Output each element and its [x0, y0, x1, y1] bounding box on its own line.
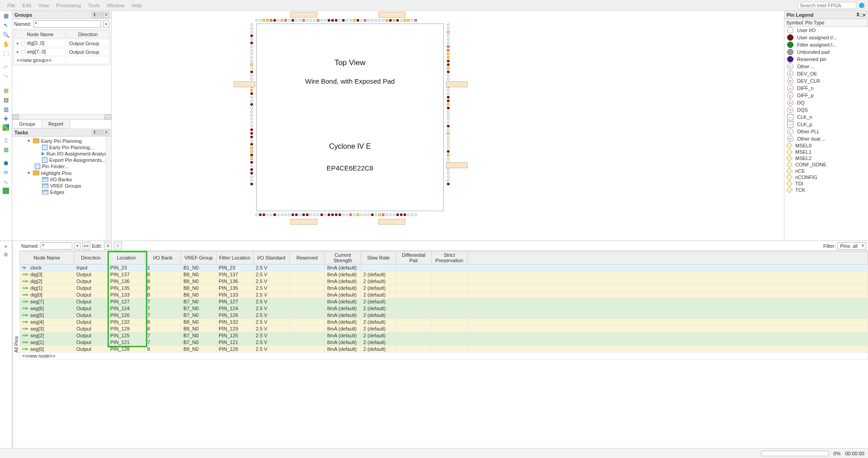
pins-cancel-icon[interactable]: ✕	[104, 242, 112, 250]
maximize-panel-icon[interactable]: □	[98, 12, 103, 18]
pins-row[interactable]: out▸seg[2]OutputPIN_1257B7_N0PIN_1252.5 …	[20, 332, 868, 339]
chip-pin-icon	[284, 213, 287, 216]
menu-edit[interactable]: Edit	[19, 3, 35, 8]
tool-hand-icon[interactable]: ✋	[2, 40, 10, 48]
pins-col-header[interactable]: Strict Preservation	[432, 251, 468, 264]
pin-panel-icon[interactable]: ⇕	[92, 12, 97, 18]
gutter-config-icon[interactable]: ⚙	[2, 251, 9, 258]
pins-col-header[interactable]: Fitter Location	[216, 251, 253, 264]
menu-window[interactable]: Window	[103, 3, 128, 8]
tool-pin-icon[interactable]: ⬢	[2, 159, 10, 167]
tool-pointer-icon[interactable]: ↖	[2, 21, 10, 29]
chip-pin-icon	[250, 56, 253, 59]
pins-row[interactable]: out▸dig[3]OutputPIN_1378B8_N0PIN_1372.5 …	[20, 271, 868, 278]
tasks-max-icon[interactable]: □	[98, 130, 103, 135]
tab-report[interactable]: Report	[42, 120, 70, 128]
tool-io-icon[interactable]: ▯	[2, 136, 10, 144]
pins-row[interactable]: out▸seg[6]OutputPIN_1247B7_N0PIN_1242.5 …	[20, 305, 868, 312]
chip-pin-icon	[447, 107, 450, 109]
groups-row[interactable]: ▸ ⬚ dig[3..0] Output Group	[14, 39, 109, 47]
task-highlight-pins[interactable]: ▾Highlight Pins	[13, 170, 110, 176]
groups-named-input[interactable]	[33, 20, 101, 28]
pins-named-dropdown-icon[interactable]: ▾	[74, 242, 80, 250]
pins-col-header[interactable]: Slew Rate	[361, 251, 396, 264]
chip-pin-icon	[342, 19, 345, 22]
tool-grid-icon[interactable]: ▦	[2, 86, 10, 94]
pins-new-row[interactable]: <<new node>>	[20, 353, 868, 359]
groups-named-dropdown-icon[interactable]: ▾	[103, 20, 109, 28]
menu-help[interactable]: Help	[128, 3, 146, 8]
menu-processing[interactable]: Processing	[52, 3, 84, 8]
pins-col-header[interactable]: Node Name	[20, 251, 74, 264]
task-io-banks[interactable]: I/O Banks	[13, 176, 110, 183]
task-early-pin-planning[interactable]: ▾Early Pin Planning	[13, 137, 110, 144]
tool-color-icon[interactable]	[3, 124, 9, 131]
pins-row[interactable]: out▸seg[0]OutputPIN_1288B8_N0PIN_1282.5 …	[20, 346, 868, 353]
menu-tools[interactable]: Tools	[84, 3, 103, 8]
pins-col-header[interactable]: Differential Pair	[396, 251, 432, 264]
pins-row[interactable]: out▸seg[4]OutputPIN_1328B8_N0PIN_1322.5 …	[20, 319, 868, 326]
pins-col-header[interactable]: Current Strength	[325, 251, 361, 264]
tasks-close-icon[interactable]: ×	[103, 130, 109, 135]
menu-view[interactable]: View	[35, 3, 53, 8]
task-early-pin-planning-sub[interactable]: Early Pin Planning...	[13, 144, 110, 151]
legend-close-icon[interactable]: ×	[863, 12, 866, 18]
groups-row[interactable]: ▸ ⬚ seg[7..0] Output Group	[14, 48, 109, 56]
menu-file[interactable]: File	[4, 3, 19, 8]
task-edges[interactable]: Edges	[13, 189, 110, 195]
tool-report-icon[interactable]: ▥	[2, 105, 10, 113]
tab-groups[interactable]: Groups	[12, 120, 42, 128]
pins-named-input[interactable]	[41, 242, 72, 250]
tool-wave-icon[interactable]: ∿	[2, 178, 10, 186]
chip-canvas: Top View Wire Bond, with Exposed Pad Cyc…	[256, 24, 444, 211]
pins-row[interactable]: in▸clockInputPIN_231B1_N0PIN_232.5 V8mA …	[20, 264, 868, 271]
tasks-pin-icon[interactable]: ⇕	[92, 130, 97, 135]
chip-pin-icon	[250, 34, 253, 37]
pins-col-header[interactable]: I/O Bank	[145, 251, 181, 264]
legend-pin-icon[interactable]: ⇕	[856, 12, 860, 18]
task-vref-groups[interactable]: VREF Groups	[13, 183, 110, 189]
pins-row[interactable]: out▸dig[1]OutputPIN_1358B8_N0PIN_1352.5 …	[20, 285, 868, 292]
pins-row[interactable]: out▸seg[5]OutputPIN_1267B7_N0PIN_1262.5 …	[20, 312, 868, 319]
allpins-tab[interactable]: All Pins	[12, 241, 19, 448]
tool-puzzle-icon[interactable]: ✚	[2, 115, 10, 123]
legend-max-icon[interactable]: □	[860, 12, 863, 18]
task-export-pins[interactable]: Export Pin Assignments...	[13, 157, 110, 163]
groups-new-row[interactable]: <<new group>>	[14, 57, 109, 64]
chip-pin-icon	[317, 213, 319, 216]
task-run-io[interactable]: Run I/O Assignment Analysis	[13, 151, 110, 157]
pins-row[interactable]: out▸dig[0]OutputPIN_1338B8_N0PIN_1332.5 …	[20, 292, 868, 298]
pins-apply-icon[interactable]: ✓	[114, 242, 122, 250]
task-pin-finder[interactable]: Pin Finder...	[13, 163, 110, 170]
groups-hscroll[interactable]	[12, 114, 111, 119]
pins-col-header[interactable]: Reserved	[290, 251, 325, 264]
pins-edit-toggle-icon[interactable]: «»	[82, 242, 90, 250]
tool-layers-icon[interactable]: ▤	[2, 96, 10, 104]
pins-row[interactable]: out▸seg[1]OutputPIN_1217B7_N0PIN_1212.5 …	[20, 339, 868, 346]
pins-row[interactable]: out▸seg[7]OutputPIN_1277B7_N0PIN_1272.5 …	[20, 298, 868, 305]
pins-col-header[interactable]: Direction	[74, 251, 108, 264]
tool-select-area-icon[interactable]: ⛶	[2, 50, 10, 58]
gutter-close-icon[interactable]: ×	[2, 243, 9, 250]
tool-undo-icon[interactable]: ↶	[2, 63, 10, 71]
pins-row[interactable]: out▸seg[3]OutputPIN_1298B8_N0PIN_1292.5 …	[20, 326, 868, 332]
pins-col-header[interactable]: VREF Group	[181, 251, 216, 264]
pins-filter-dropdown[interactable]: Pins: all	[837, 242, 866, 250]
chip-pin-icon	[404, 213, 406, 216]
tool-redo-icon[interactable]: ↷	[2, 73, 10, 81]
chip-pin-icon	[299, 213, 301, 216]
tool-device-icon[interactable]: ▦	[2, 12, 10, 20]
search-input[interactable]	[798, 2, 856, 9]
pins-col-header[interactable]: I/O Standard	[253, 251, 290, 264]
close-panel-icon[interactable]: ×	[103, 12, 109, 18]
pins-row[interactable]: out▸dig[2]OutputPIN_1368B8_N0PIN_1362.5 …	[20, 278, 868, 285]
legend-row: nCONFIG	[784, 174, 868, 180]
search-icon[interactable]	[859, 3, 864, 8]
tool-refresh-icon[interactable]: ⟳	[2, 169, 10, 177]
tool-zoom-icon[interactable]: 🔍	[2, 31, 10, 39]
pins-col-header[interactable]: Location	[108, 251, 145, 264]
tool-block-icon[interactable]	[3, 188, 9, 194]
groups-col-dir[interactable]: Direction	[67, 30, 109, 38]
tool-matrix-icon[interactable]: ▦	[2, 146, 10, 154]
groups-col-node[interactable]: Node Name	[14, 30, 66, 38]
